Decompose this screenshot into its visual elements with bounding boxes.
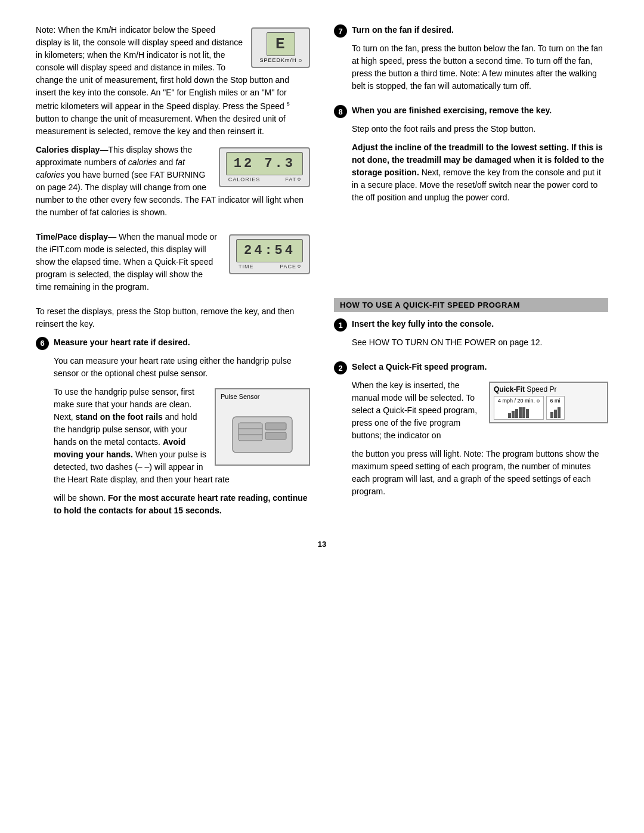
step-7-heading: Turn on the fan if desired. xyxy=(352,25,454,35)
timepace-section: 24:54 TIME PACE Time/Pace display— When … xyxy=(36,231,310,299)
quickfit-step-2-number: 2 xyxy=(334,361,347,374)
step-6-text5: will be shown. For the most accurate hea… xyxy=(54,492,310,517)
quickfit-step-2-area: Quick-Fit Speed Pr 4 mph / 20 min. xyxy=(352,379,608,448)
calories-screen: 12 7.3 xyxy=(226,152,303,175)
timepace-display: 24:54 TIME PACE xyxy=(229,234,310,274)
svg-rect-3 xyxy=(265,432,286,439)
kmh-indicator-dot xyxy=(299,59,302,62)
spacer xyxy=(334,215,608,298)
bar-seg-5 xyxy=(522,407,525,418)
speed-label-right: Km/H xyxy=(281,57,302,63)
calories-section: 12 7.3 CALORIES FAT Calories display—Thi… xyxy=(36,144,310,225)
step-6-number: 6 xyxy=(36,337,49,350)
quickfit-cell-1: 4 mph / 20 min. xyxy=(494,396,544,420)
step-7: 7 Turn on the fan if desired. To turn on… xyxy=(334,24,608,98)
fat-indicator-dot xyxy=(298,178,301,181)
quickfit-row: 4 mph / 20 min. xyxy=(494,396,603,420)
quickfit-box-title: Quick-Fit Speed Pr xyxy=(494,385,603,394)
quickfit-step-2: 2 Select a Quick-Fit speed program. Quic… xyxy=(334,361,608,504)
quickfit-box: Quick-Fit Speed Pr 4 mph / 20 min. xyxy=(489,382,608,423)
left-column: E SPEED Km/H Note: When the Km/H indicat… xyxy=(36,24,310,528)
speed-section: E SPEED Km/H Note: When the Km/H indicat… xyxy=(36,24,310,144)
step-6: 6 Measure your heart rate if desired. Yo… xyxy=(36,336,310,523)
quickfit-cell-2: 6 mi xyxy=(546,396,565,420)
pace-indicator-dot xyxy=(298,265,301,268)
svg-rect-1 xyxy=(239,423,262,441)
time-label-left: TIME xyxy=(239,264,254,270)
quickfit-dot-1 xyxy=(537,400,540,402)
time-label-right: PACE xyxy=(280,264,301,270)
quickfit-cell-1-label: 4 mph / 20 min. xyxy=(498,398,540,404)
quickfit-step-2-content: Select a Quick-Fit speed program. Quick-… xyxy=(352,361,608,504)
speed-screen: E xyxy=(267,32,295,56)
right-column: 7 Turn on the fan if desired. To turn on… xyxy=(334,24,608,528)
step-7-text: To turn on the fan, press the button bel… xyxy=(352,42,608,92)
step-8: 8 When you are finished exercising, remo… xyxy=(334,104,608,210)
step-7-number: 7 xyxy=(334,24,347,38)
quickfit-step-1-heading: Insert the key fully into the console. xyxy=(352,319,494,329)
speed-label-left: SPEED xyxy=(259,57,281,63)
calories-label-left: CALORIES xyxy=(228,176,261,182)
calories-labels: CALORIES FAT xyxy=(226,175,303,182)
quickfit-step-1-text: See HOW TO TURN ON THE POWER on page 12. xyxy=(352,336,608,349)
quickfit-step-1-content: Insert the key fully into the console. S… xyxy=(352,318,608,355)
bar-seg-3 xyxy=(515,409,518,418)
calories-display: 12 7.3 CALORIES FAT xyxy=(219,147,310,187)
step-8-bold1: Adjust the incline of the treadmill to t… xyxy=(352,141,608,204)
bar-seg-8 xyxy=(554,410,557,418)
bar-seg-7 xyxy=(550,412,553,418)
quickfit-bar-2 xyxy=(550,405,561,418)
step-8-number: 8 xyxy=(334,105,347,118)
svg-rect-2 xyxy=(265,423,286,430)
quickfit-bar-1 xyxy=(508,405,529,418)
quickfit-cell-2-label: 6 mi xyxy=(550,398,561,404)
section-header-quickfit: HOW TO USE A QUICK-FIT SPEED PROGRAM xyxy=(334,298,608,312)
page: E SPEED Km/H Note: When the Km/H indicat… xyxy=(0,0,644,833)
quickfit-step-2-heading: Select a Quick-Fit speed program. xyxy=(352,362,487,371)
reset-text: To reset the displays, press the Stop bu… xyxy=(36,305,310,330)
bar-seg-9 xyxy=(558,407,561,418)
bar-seg-2 xyxy=(512,411,515,418)
timepace-labels: TIME PACE xyxy=(236,262,303,270)
calories-label-right: FAT xyxy=(285,176,301,182)
quickfit-step-1-number: 1 xyxy=(334,318,347,332)
pulse-sensor-image: Pulse Sensor xyxy=(215,388,310,466)
speed-labels: SPEED Km/H xyxy=(258,56,303,63)
step-8-content: When you are finished exercising, remove… xyxy=(352,104,608,210)
step-7-content: Turn on the fan if desired. To turn on t… xyxy=(352,24,608,98)
step-6-text1: You can measure your heart rate using ei… xyxy=(54,355,310,380)
step-6-pulse-area: Pulse Sensor xyxy=(54,386,310,492)
bar-seg-1 xyxy=(508,413,511,418)
timepace-screen: 24:54 xyxy=(236,239,303,262)
step-8-heading: When you are finished exercising, remove… xyxy=(352,106,552,115)
pulse-sensor-label: Pulse Sensor xyxy=(221,393,259,400)
speed-display: E SPEED Km/H xyxy=(251,27,310,68)
step-6-heading: Measure your heart rate if desired. xyxy=(54,337,190,347)
quickfit-step-1: 1 Insert the key fully into the console.… xyxy=(334,318,608,355)
bar-seg-6 xyxy=(526,409,529,418)
page-number: 13 xyxy=(36,540,608,549)
step-6-content: Measure your heart rate if desired. You … xyxy=(54,336,310,523)
step-8-text1: Step onto the foot rails and press the S… xyxy=(352,123,608,135)
pulse-sensor-svg xyxy=(227,405,298,459)
quickfit-step-2-text2: the button you press will light. Note: T… xyxy=(352,448,608,498)
bar-seg-4 xyxy=(519,407,522,418)
